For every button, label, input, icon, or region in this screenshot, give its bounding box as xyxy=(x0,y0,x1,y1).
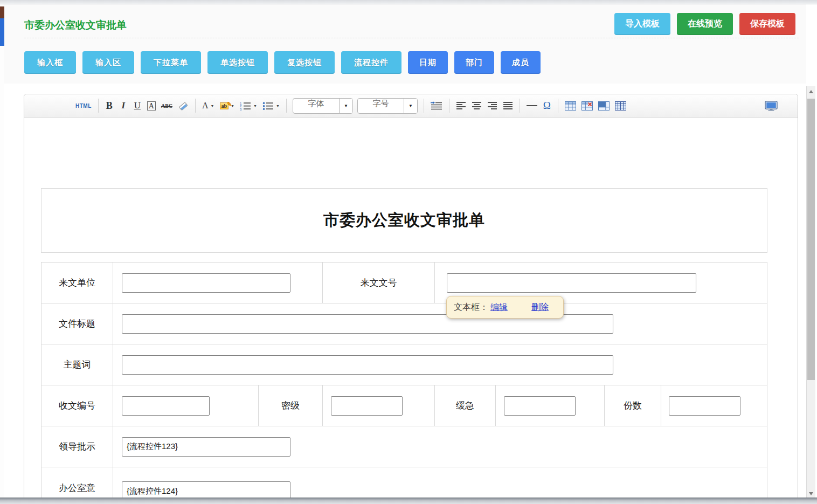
align-left-icon xyxy=(456,101,466,110)
table-properties-button[interactable] xyxy=(613,98,628,114)
font-size-select[interactable]: 字号 ▼ xyxy=(357,98,418,114)
italic-button[interactable]: I xyxy=(117,98,130,114)
form-table: 来文单位 来文文号 文件标题 xyxy=(41,262,767,503)
delete-table-button[interactable] xyxy=(579,98,595,114)
font-family-select[interactable]: 字体 ▼ xyxy=(293,98,353,114)
copies-input[interactable] xyxy=(669,396,740,416)
widget-button-checkbox[interactable]: 复选按钮 xyxy=(274,51,335,74)
monitor-icon xyxy=(765,101,778,111)
urgency-input[interactable] xyxy=(504,396,576,416)
cell-receipt-number xyxy=(113,385,259,426)
widget-button-textarea[interactable]: 输入区 xyxy=(82,51,134,74)
label-copies: 份数 xyxy=(605,385,661,426)
source-code-button[interactable]: HTML xyxy=(73,98,94,114)
edit-field-link[interactable]: 编辑 xyxy=(490,302,508,313)
remove-format-button[interactable] xyxy=(176,98,191,114)
widget-button-radio[interactable]: 单选按钮 xyxy=(207,51,268,74)
merge-cells-button[interactable] xyxy=(596,98,612,114)
widget-button-date[interactable]: 日期 xyxy=(408,51,448,74)
align-justify-button[interactable] xyxy=(501,98,515,114)
widget-button-dropdown[interactable]: 下拉菜单 xyxy=(141,51,201,74)
ordered-list-button[interactable]: 1 2 3 ▼ xyxy=(238,98,259,114)
editor-canvas[interactable]: 市委办公室收文审批单 来文单位 来文文号 文件标题 xyxy=(24,118,798,503)
scrollbar-down-arrow[interactable] xyxy=(809,492,813,495)
svg-text:3: 3 xyxy=(240,107,242,111)
align-right-icon xyxy=(487,101,497,110)
toolbar-separator xyxy=(558,99,558,113)
font-size-value: 字号 xyxy=(358,99,404,113)
horizontal-rule-icon xyxy=(527,105,537,106)
widget-button-member[interactable]: 成员 xyxy=(501,51,541,74)
vertical-scrollbar[interactable] xyxy=(806,86,815,504)
ordered-list-icon: 1 2 3 xyxy=(240,101,251,111)
subject-words-input[interactable] xyxy=(122,355,613,375)
align-center-button[interactable] xyxy=(469,98,484,114)
bold-button[interactable]: B xyxy=(103,98,116,114)
font-family-value: 字体 xyxy=(293,99,339,113)
indent-icon xyxy=(431,101,442,111)
align-right-button[interactable] xyxy=(485,98,500,114)
receipt-number-input[interactable] xyxy=(122,396,210,416)
indent-button[interactable] xyxy=(428,98,445,114)
preview-online-button[interactable]: 在线预览 xyxy=(677,13,733,35)
scrollbar-thumb[interactable] xyxy=(807,99,815,380)
table-row: 文件标题 xyxy=(41,303,767,344)
label-subject-words: 主题词 xyxy=(41,344,113,385)
toolbar-separator xyxy=(520,99,520,113)
delete-field-link[interactable]: 删除 xyxy=(531,302,549,313)
toolbar-separator xyxy=(195,99,196,113)
doc-number-input[interactable] xyxy=(447,273,696,293)
special-char-button[interactable]: Ω xyxy=(541,98,553,114)
label-secrecy: 密级 xyxy=(259,385,323,426)
page-title: 市委办公室收文审批单 xyxy=(24,18,127,32)
chevron-down-icon[interactable]: ▼ xyxy=(339,99,352,113)
cell-source-unit xyxy=(113,263,323,303)
label-urgency: 缓急 xyxy=(435,385,496,426)
unordered-list-button[interactable]: ▼ xyxy=(260,98,282,114)
fullscreen-button[interactable] xyxy=(763,98,780,114)
source-unit-input[interactable] xyxy=(122,273,290,293)
chevron-down-icon[interactable]: ▼ xyxy=(404,99,417,113)
widget-button-input-box[interactable]: 输入框 xyxy=(24,51,76,74)
header-actions: 导入模板 在线预览 保存模板 xyxy=(614,13,795,35)
horizontal-rule-button[interactable] xyxy=(524,98,539,114)
highlight-icon: ab xyxy=(220,102,229,109)
align-left-button[interactable] xyxy=(454,98,468,114)
tooltip-label: 文本框： xyxy=(454,302,488,313)
align-center-icon xyxy=(472,101,482,110)
leader-comments-flow-control[interactable] xyxy=(122,437,290,457)
toolbar-separator xyxy=(449,99,449,113)
label-doc-title: 文件标题 xyxy=(41,303,113,344)
toolbar-separator xyxy=(98,99,99,113)
label-leader-comments: 领导批示 xyxy=(41,426,113,467)
font-color-button[interactable]: A ▼ xyxy=(200,98,217,114)
table-row: 收文编号 密级 缓急 份数 xyxy=(41,385,767,426)
insert-table-button[interactable] xyxy=(563,98,578,114)
cell-urgency xyxy=(496,385,605,426)
font-color-icon: A xyxy=(202,101,209,111)
unordered-list-icon xyxy=(262,101,274,111)
char-border-button[interactable]: A xyxy=(145,98,158,114)
label-doc-number: 来文文号 xyxy=(323,263,435,303)
strikethrough-button[interactable]: ABC xyxy=(159,98,175,114)
widget-button-department[interactable]: 部门 xyxy=(454,51,494,74)
widget-button-flow-control[interactable]: 流程控件 xyxy=(341,51,401,74)
secrecy-level-input[interactable] xyxy=(331,396,403,416)
underline-button[interactable]: U xyxy=(131,98,144,114)
cell-secrecy xyxy=(323,385,435,426)
cell-copies xyxy=(661,385,767,426)
field-action-tooltip: 文本框： 编辑 删除 xyxy=(446,296,564,319)
form-title-box: 市委办公室收文审批单 xyxy=(41,188,767,253)
table-row: 领导批示 xyxy=(41,426,767,467)
import-template-button[interactable]: 导入模板 xyxy=(614,13,670,35)
label-receipt-number: 收文编号 xyxy=(41,385,113,426)
scrollbar-up-arrow[interactable] xyxy=(809,90,813,93)
highlight-color-button[interactable]: ab ▼ xyxy=(218,98,237,114)
chevron-down-icon: ▼ xyxy=(253,104,257,108)
char-border-icon: A xyxy=(147,101,156,111)
window-bottom-edge xyxy=(0,498,817,504)
rich-text-editor: HTML B I U A ABC A ▼ xyxy=(24,94,798,504)
window-left-edge xyxy=(0,4,4,504)
save-template-button[interactable]: 保存模板 xyxy=(739,13,795,35)
cell-subject-words xyxy=(113,344,767,385)
